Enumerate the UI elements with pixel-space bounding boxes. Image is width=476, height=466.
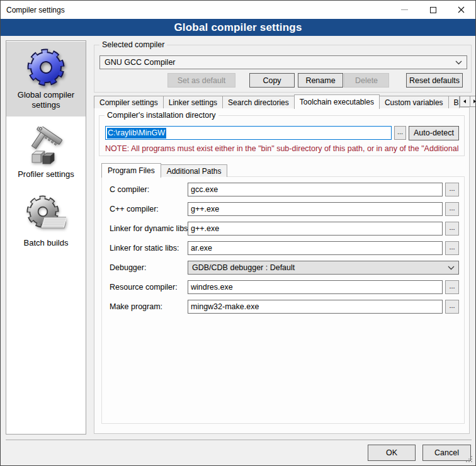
settings-category-sidebar: Global compiler settings — [6, 40, 86, 435]
sidebar-item-profiler-settings[interactable]: Profiler settings — [6, 121, 86, 185]
tab-custom-variables[interactable]: Custom variables — [379, 96, 449, 108]
maximize-icon — [430, 7, 436, 13]
settings-tab-bar: Compiler settings Linker settings Search… — [94, 94, 472, 108]
resource-compiler-browse-button[interactable]: ... — [445, 280, 459, 294]
gray-gear-stack-icon — [26, 195, 66, 236]
minimize-icon — [401, 9, 408, 10]
compiler-select-value: GNU GCC Compiler — [105, 58, 176, 67]
selected-compiler-group-label: Selected compiler — [99, 40, 167, 49]
linker-dynamic-browse-button[interactable]: ... — [445, 222, 459, 236]
tab-compiler-settings[interactable]: Compiler settings — [94, 96, 164, 108]
linker-static-label: Linker for static libs: — [110, 244, 188, 253]
compiler-actions-row: Set as default Copy Rename Delete Reset … — [99, 73, 463, 88]
cpp-compiler-input[interactable] — [188, 202, 443, 216]
installation-directory-row: C:\raylib\MinGW ... Auto-detect — [105, 126, 459, 140]
sidebar-item-label: Batch builds — [24, 238, 69, 248]
field-row-linker-dynamic: Linker for dynamic libs: ... — [110, 222, 459, 236]
auto-detect-button[interactable]: Auto-detect — [409, 126, 459, 140]
sidebar-item-label: Profiler settings — [18, 169, 74, 179]
cpp-compiler-label: C++ compiler: — [110, 205, 188, 213]
resource-compiler-input[interactable] — [188, 280, 443, 294]
install-dir-browse-button[interactable]: ... — [394, 126, 406, 140]
rename-button[interactable]: Rename — [298, 73, 343, 88]
tab-scroll-buttons — [460, 96, 476, 107]
field-row-make-program: Make program: ... — [110, 300, 459, 314]
reset-defaults-button[interactable]: Reset defaults — [406, 73, 463, 88]
tab-scroll-right-button[interactable] — [470, 96, 476, 107]
compiler-select[interactable]: GNU GCC Compiler — [99, 55, 467, 69]
title-bar[interactable]: Compiler settings — [1, 1, 475, 19]
field-row-linker-static: Linker for static libs: ... — [110, 241, 459, 255]
dialog-header: Global compiler settings — [1, 19, 475, 36]
chevron-down-icon — [455, 60, 462, 65]
linker-dynamic-input[interactable] — [188, 222, 443, 236]
minimize-button[interactable] — [390, 1, 419, 19]
compiler-settings-window: Compiler settings Global compiler settin… — [0, 0, 476, 466]
install-dir-selected-text: C:\raylib\MinGW — [107, 128, 166, 139]
sidebar-item-batch-builds[interactable]: Batch builds — [6, 190, 86, 254]
maximize-button[interactable] — [419, 1, 447, 19]
selected-compiler-group: Selected compiler GNU GCC Compiler Set a… — [94, 45, 472, 93]
program-files-panel: C compiler: ... C++ compiler: ... Linker… — [101, 176, 465, 424]
footer-divider — [6, 440, 472, 440]
tab-search-directories[interactable]: Search directories — [222, 96, 295, 108]
install-dir-input[interactable]: C:\raylib\MinGW — [105, 126, 392, 140]
field-row-debugger: Debugger: GDB/CDB debugger : Default — [110, 261, 459, 275]
scroll-left-icon — [463, 99, 466, 103]
resize-grip[interactable] — [471, 461, 472, 462]
chevron-down-icon — [448, 266, 455, 270]
c-compiler-label: C compiler: — [110, 185, 188, 194]
field-row-c-compiler: C compiler: ... — [110, 183, 459, 196]
caliper-cubes-icon — [26, 127, 66, 167]
resource-compiler-label: Resource compiler: — [110, 283, 188, 292]
debugger-select[interactable]: GDB/CDB debugger : Default — [188, 261, 459, 275]
make-program-input[interactable] — [188, 300, 443, 314]
debugger-select-value: GDB/CDB debugger : Default — [192, 263, 295, 272]
c-compiler-browse-button[interactable]: ... — [445, 183, 459, 196]
tab-build[interactable]: Build — [448, 96, 460, 108]
tab-scroll-left-button[interactable] — [460, 96, 470, 107]
installation-directory-group-label: Compiler's installation directory — [105, 111, 218, 120]
copy-button[interactable]: Copy — [249, 73, 295, 88]
window-controls — [390, 1, 475, 19]
tab-toolchain-executables[interactable]: Toolchain executables — [294, 94, 380, 109]
scroll-right-icon — [473, 99, 476, 103]
delete-button: Delete — [344, 73, 389, 88]
installation-directory-group: Compiler's installation directory C:\ray… — [99, 115, 465, 156]
tab-additional-paths[interactable]: Additional Paths — [161, 164, 228, 177]
field-row-resource-compiler: Resource compiler: ... — [110, 280, 459, 294]
close-button[interactable] — [447, 1, 475, 19]
cpp-compiler-browse-button[interactable]: ... — [445, 202, 459, 216]
make-program-browse-button[interactable]: ... — [445, 300, 459, 314]
program-files-tab-bar: Program Files Additional Paths — [101, 162, 227, 177]
sidebar-item-global-compiler-settings[interactable]: Global compiler settings — [6, 42, 86, 116]
tab-linker-settings[interactable]: Linker settings — [163, 96, 223, 108]
make-program-label: Make program: — [110, 302, 188, 311]
blue-gear-icon — [26, 47, 66, 88]
window-title: Compiler settings — [1, 6, 65, 14]
close-icon — [458, 6, 465, 13]
sidebar-item-label: Global compiler settings — [8, 90, 84, 111]
c-compiler-input[interactable] — [188, 183, 443, 196]
ok-button[interactable]: OK — [368, 445, 416, 461]
tab-program-files[interactable]: Program Files — [101, 163, 161, 178]
debugger-label: Debugger: — [110, 263, 188, 272]
bin-subdirectory-note: NOTE: All programs must exist either in … — [105, 144, 463, 153]
linker-static-browse-button[interactable]: ... — [445, 241, 459, 255]
linker-static-input[interactable] — [188, 241, 443, 255]
field-row-cpp-compiler: C++ compiler: ... — [110, 202, 459, 216]
linker-dynamic-label: Linker for dynamic libs: — [110, 224, 188, 233]
dialog-header-title: Global compiler settings — [174, 21, 302, 34]
set-as-default-button: Set as default — [167, 73, 235, 88]
cancel-button[interactable]: Cancel — [422, 445, 471, 461]
